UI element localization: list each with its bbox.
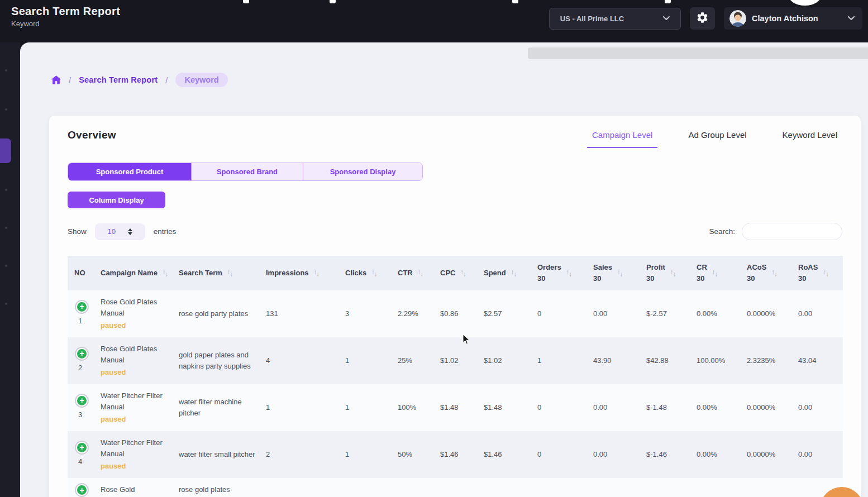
page-title: Search Term Report [11, 5, 120, 18]
segment-sponsored-product[interactable]: Sponsored Product [68, 163, 191, 180]
sort-icon[interactable]: ↑↓ [670, 270, 676, 276]
sidebar-item-icon[interactable] [5, 265, 7, 267]
segment-sponsored-brand[interactable]: Sponsored Brand [191, 163, 303, 180]
expand-row-button[interactable]: + [76, 395, 88, 407]
breadcrumb-keyword: Keyword [175, 73, 227, 87]
account-selector[interactable]: US - All Prime LLC [549, 8, 681, 30]
cell-cpc: $1.46 [433, 431, 477, 478]
row-number: 4 [78, 456, 92, 467]
sort-icon[interactable]: ↑↓ [823, 270, 828, 276]
table-head: NOCampaign Name↑↓Search Term↑↓Impression… [68, 256, 843, 290]
cell-impressions: 4 [259, 337, 338, 384]
expand-row-button[interactable]: + [76, 301, 88, 313]
cell-impressions [259, 478, 338, 497]
cell-acos_30: 2.3235% [740, 337, 791, 384]
column-header-cpc[interactable]: CPC↑↓ [433, 256, 477, 290]
overview-title: Overview [68, 129, 116, 141]
cell-campaign: Water Pitcher Filter Manualpaused [94, 384, 172, 431]
table-row: +4Water Pitcher Filter Manualpausedwater… [68, 431, 843, 478]
home-icon[interactable] [51, 75, 61, 84]
sort-icon[interactable]: ↑↓ [418, 270, 423, 276]
column-label: Spend [484, 267, 506, 279]
chevron-down-icon [848, 16, 855, 21]
cell-roas_30: 0.00 [791, 384, 843, 431]
expand-row-button[interactable]: + [76, 484, 88, 496]
entries-select[interactable]: 10 [95, 223, 145, 240]
column-sublabel: 30 [798, 273, 818, 284]
column-label: Impressions [266, 267, 309, 279]
column-header-roas_30[interactable]: RoAS30↑↓ [791, 256, 843, 290]
cell-spend [477, 478, 531, 497]
cell-profit_30 [640, 478, 690, 497]
sort-down-arrow: ↓ [230, 271, 233, 278]
campaign-status-badge: paused [101, 414, 170, 425]
show-label: Show [68, 227, 87, 236]
sort-icon[interactable]: ↑↓ [314, 270, 319, 276]
expand-row-button[interactable]: + [76, 348, 88, 360]
cell-clicks: 1 [338, 431, 391, 478]
sidebar-item-icon[interactable] [5, 303, 7, 305]
column-header-impressions[interactable]: Impressions↑↓ [259, 256, 338, 290]
column-header-acos_30[interactable]: ACoS30↑↓ [740, 256, 791, 290]
sort-icon[interactable]: ↑↓ [371, 270, 377, 276]
breadcrumb-search-term-report[interactable]: Search Term Report [79, 75, 158, 84]
row-number: 2 [78, 362, 92, 374]
table-row: +3Water Pitcher Filter Manualpausedwater… [68, 384, 843, 431]
entries-value: 10 [108, 227, 116, 236]
tab-campaign-level[interactable]: Campaign Level [587, 130, 657, 148]
sidebar-item-icon[interactable] [5, 227, 7, 229]
column-header-spend[interactable]: Spend↑↓ [477, 256, 531, 290]
column-header-orders_30[interactable]: Orders30↑↓ [531, 256, 586, 290]
sort-down-arrow: ↓ [374, 271, 377, 278]
cell-acos_30: 0.0000% [740, 384, 791, 431]
segment-sponsored-display[interactable]: Sponsored Display [303, 163, 422, 180]
user-menu[interactable]: Clayton Atchison [724, 7, 862, 30]
search-input[interactable] [742, 223, 842, 240]
sort-icon[interactable]: ↑↓ [227, 270, 233, 276]
cell-clicks: 1 [338, 337, 391, 384]
level-tabs: Campaign Level Ad Group Level Keyword Le… [561, 130, 842, 148]
cell-search-term: water filter machine pitcher [172, 384, 259, 431]
sort-icon[interactable]: ↑↓ [771, 270, 777, 276]
column-header-profit_30[interactable]: Profit30↑↓ [640, 256, 690, 290]
column-header-ctr[interactable]: CTR↑↓ [391, 256, 433, 290]
sort-icon[interactable]: ↑↓ [163, 270, 168, 276]
sort-down-arrow: ↓ [513, 271, 516, 278]
row-number-cell: + [68, 478, 94, 497]
column-sublabel: 30 [646, 273, 665, 284]
sort-icon[interactable]: ↑↓ [511, 270, 517, 276]
scroll-shadow-strip [528, 47, 868, 59]
column-header-search_term[interactable]: Search Term↑↓ [172, 256, 259, 290]
breadcrumb: / Search Term Report / Keyword [51, 73, 228, 87]
cell-search-term: gold paper plates and napkins party supp… [172, 337, 259, 384]
sort-icon[interactable]: ↑↓ [460, 270, 466, 276]
column-header-cr_30[interactable]: CR30↑↓ [690, 256, 740, 290]
column-sublabel: 30 [593, 273, 612, 284]
cell-acos_30: 0.0000% [740, 431, 791, 478]
sidebar-item-icon[interactable] [5, 69, 7, 71]
sort-icon[interactable]: ↑↓ [617, 270, 623, 276]
cell-cr_30: 0.00% [690, 431, 740, 478]
cell-profit_30: $-2.57 [640, 290, 690, 337]
search-label: Search: [709, 227, 735, 236]
tab-keyword-level[interactable]: Keyword Level [778, 130, 842, 148]
tab-ad-group-level[interactable]: Ad Group Level [683, 130, 751, 148]
gear-icon [696, 11, 709, 26]
column-header-clicks[interactable]: Clicks↑↓ [338, 256, 391, 290]
sidebar-active-item[interactable] [0, 138, 11, 163]
sort-icon[interactable]: ↑↓ [566, 270, 572, 276]
cell-spend: $1.48 [477, 384, 531, 431]
cell-impressions: 2 [259, 431, 338, 478]
breadcrumb-separator: / [165, 75, 168, 85]
column-display-button[interactable]: Column Display [68, 192, 165, 208]
sidebar-item-icon[interactable] [5, 108, 7, 111]
column-header-campaign[interactable]: Campaign Name↑↓ [94, 256, 172, 290]
expand-row-button[interactable]: + [76, 442, 88, 453]
column-header-sales_30[interactable]: Sales30↑↓ [586, 256, 640, 290]
cell-ctr: 25% [391, 337, 433, 384]
sidebar-item-icon[interactable] [5, 189, 7, 191]
column-label: Profit30 [646, 262, 665, 284]
sort-icon[interactable]: ↑↓ [712, 270, 718, 276]
cell-clicks: 3 [338, 290, 391, 337]
settings-button[interactable] [690, 7, 715, 30]
